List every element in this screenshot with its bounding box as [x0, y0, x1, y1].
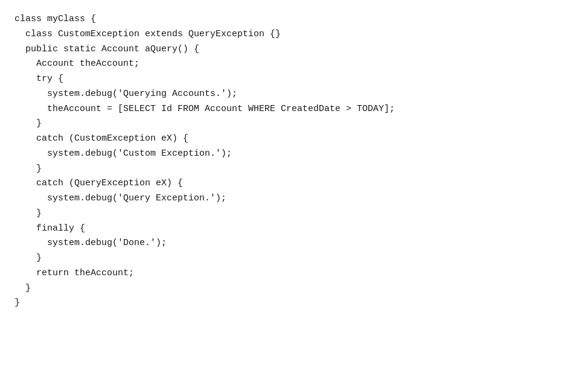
- code-line: }: [14, 206, 574, 222]
- code-line: class CustomException extends QueryExcep…: [14, 27, 574, 42]
- code-line: theAccount = [SELECT Id FROM Account WHE…: [14, 102, 574, 117]
- code-line: catch (CustomException eX) {: [14, 132, 574, 147]
- code-line: public static Account aQuery() {: [14, 42, 574, 57]
- code-line: }: [14, 296, 574, 311]
- code-line: system.debug('Done.');: [14, 236, 574, 251]
- code-line: }: [14, 281, 574, 296]
- code-line: }: [14, 162, 574, 177]
- code-line: try {: [14, 72, 574, 87]
- code-line: }: [14, 251, 574, 266]
- code-line: system.debug('Querying Accounts.');: [14, 87, 574, 102]
- code-line: }: [14, 116, 574, 132]
- code-line: Account theAccount;: [14, 57, 574, 72]
- code-line: return theAccount;: [14, 266, 574, 281]
- code-line: class myClass {: [14, 12, 574, 27]
- code-line: catch (QueryException eX) {: [14, 176, 574, 191]
- code-line: system.debug('Custom Exception.');: [14, 147, 574, 162]
- code-line: system.debug('Query Exception.');: [14, 191, 574, 206]
- code-block: class myClass { class CustomException ex…: [14, 12, 574, 311]
- code-viewer: class myClass { class CustomException ex…: [0, 0, 588, 373]
- code-line: finally {: [14, 222, 574, 237]
